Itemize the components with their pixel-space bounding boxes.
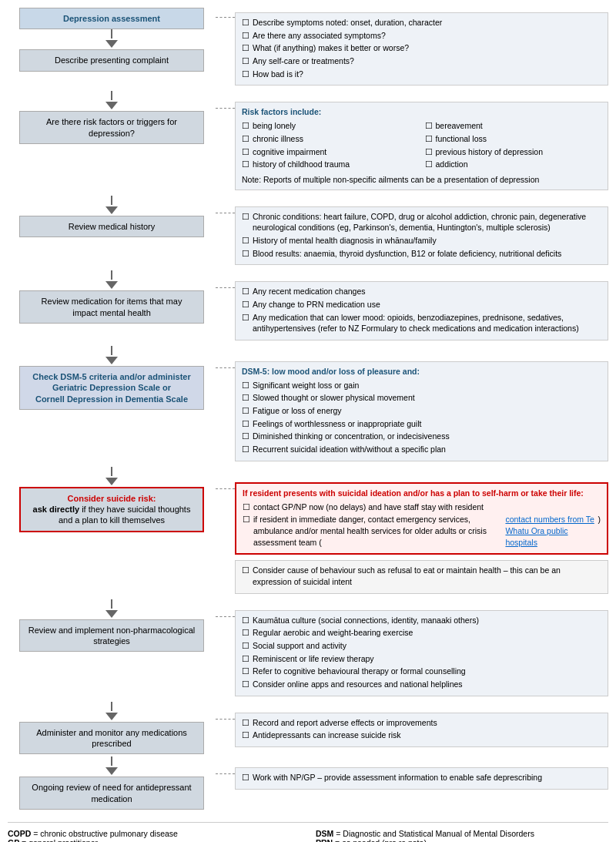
r2-title: Risk factors include: (242, 106, 601, 118)
r2-c2-i1: bereavement (425, 120, 602, 132)
r2-c2-i4: addiction (425, 159, 602, 170)
dashed-connector-6 (216, 488, 235, 489)
footer-item-prn: PRN = as needed (pro re nata) (316, 838, 608, 842)
r1-item-1: Describe symptoms noted: onset, duration… (242, 17, 601, 29)
r7-item: Consider cause of behaviour such as refu… (242, 565, 601, 587)
r4-item-1: Any recent medication changes (242, 286, 601, 297)
dashed-connector-4 (216, 287, 235, 288)
footer: COPD = chronic obstructive pulmonary dis… (8, 822, 608, 842)
r4-item-2: Any change to PRN medication use (242, 299, 601, 310)
r5-title: DSM-5: low mood and/or loss of pleasure … (242, 366, 601, 377)
footer-item-copd: COPD = chronic obstructive pulmonary dis… (8, 829, 300, 838)
row-8: Administer and monitor any medications p… (8, 702, 608, 755)
r8-item-4: Reminiscent or life review therapy (242, 653, 601, 665)
row-3: Review medical history Chronic condition… (8, 196, 608, 269)
right-box-3: Chronic conditions: heart failure, COPD,… (235, 206, 608, 266)
r6-title: If resident presents with suicidal ideat… (243, 488, 601, 499)
right-box-2: Risk factors include: being lonely chron… (235, 102, 608, 190)
r1-item-2: Are there any associated symptoms? (242, 30, 601, 42)
row-4: Review medication for items that may imp… (8, 270, 608, 344)
footer-item-gp: GP = general practitioner (8, 838, 300, 842)
r3-item-3: Blood results: anaemia, thyroid dysfunct… (242, 248, 601, 260)
r8-item-3: Social support and activity (242, 640, 601, 652)
r2-c1-i4: history of childhood trauma (242, 159, 419, 170)
r5-item-6: Recurrent suicidal ideation with/without… (242, 444, 601, 455)
dashed-connector-1 (216, 17, 235, 18)
dashed-connector-2 (216, 108, 235, 109)
row-5: Check DSM-5 criteria and/or administer G… (8, 346, 608, 465)
r2-c2-i2: functional loss (425, 133, 602, 145)
r5-item-4: Feelings of worthlessness or inappropria… (242, 418, 601, 430)
box-non-pharm: Review and implement non-pharmacological… (19, 619, 204, 652)
r8-item-2: Regular aerobic and weight-bearing exerc… (242, 627, 601, 639)
r2-col1: being lonely chronic illness cognitive i… (242, 120, 419, 172)
r6-item-1: contact GP/NP now (no delays) and have s… (243, 502, 601, 513)
r5-item-1: Significant weight loss or gain (242, 380, 601, 391)
r5-item-2: Slowed thought or slower physical moveme… (242, 392, 601, 404)
r3-item-2: History of mental health diagnosis in wh… (242, 235, 601, 247)
r1-item-4: Any self-care or treatments? (242, 55, 601, 67)
right-box-6: If resident presents with suicidal ideat… (235, 482, 608, 555)
r1-item-3: What (if anything) makes it better or wo… (242, 42, 601, 54)
dashed-connector-5 (216, 367, 235, 368)
r6-item-2: if resident in immediate danger, contact… (243, 514, 601, 548)
right-box-6b: Consider cause of behaviour such as refu… (235, 560, 608, 593)
r2-note: Note: Reports of multiple non-specific a… (242, 175, 601, 186)
r5-item-5: Diminished thinking or concentration, or… (242, 431, 601, 442)
r2-col2: bereavement functional loss previous his… (425, 120, 602, 172)
box-dsm5: Check DSM-5 criteria and/or administer G… (19, 366, 204, 410)
r2-cols: being lonely chronic illness cognitive i… (242, 120, 601, 172)
box-depression-assessment: Depression assessment (19, 8, 204, 29)
r1-item-5: How bad is it? (242, 69, 601, 80)
footer-item-dsm: DSM = Diagnostic and Statistical Manual … (316, 829, 608, 838)
r8-item-6: Consider online apps and resources and n… (242, 679, 601, 690)
footer-col-2: DSM = Diagnostic and Statistical Manual … (316, 829, 608, 842)
right-box-4: Any recent medication changes Any change… (235, 281, 608, 340)
right-box-7: Kaumātua culture (social connections, id… (235, 610, 608, 696)
right-box-9: Work with NP/GP – provide assessment inf… (235, 767, 608, 790)
footer-col-1: COPD = chronic obstructive pulmonary dis… (8, 829, 300, 842)
row-1: Depression assessment Describe presentin… (8, 8, 608, 89)
dashed-connector-7 (216, 616, 235, 617)
r2-c1-i2: chronic illness (242, 133, 419, 145)
r9-item-1: Record and report adverse effects or imp… (242, 717, 601, 729)
flowchart-container: Depression assessment Describe presentin… (8, 8, 608, 842)
right-box-5: DSM-5: low mood and/or loss of pleasure … (235, 361, 608, 461)
box-suicide-risk: Consider suicide risk: ask directly if t… (19, 487, 204, 532)
r4-item-3: Any medication that can lower mood: opio… (242, 312, 601, 334)
r8-item-5: Refer to cognitive behavioural therapy o… (242, 666, 601, 677)
box-administer: Administer and monitor any medications p… (19, 722, 204, 755)
r3-item-1: Chronic conditions: heart failure, COPD,… (242, 211, 601, 233)
row-9: Ongoing review of need for antidepressan… (8, 756, 608, 810)
r9-item-2: Antidepressants can increase suicide ris… (242, 730, 601, 741)
box-medication: Review medication for items that may imp… (19, 290, 204, 324)
row-2: Are there risk factors or triggers for d… (8, 91, 608, 193)
r2-c1-i3: cognitive impairment (242, 146, 419, 158)
r6-link[interactable]: contact numbers from Te Whatu Ora public… (505, 514, 594, 548)
row-7: Review and implement non-pharmacological… (8, 599, 608, 699)
right-box-1: Describe symptoms noted: onset, duration… (235, 12, 608, 86)
r8-item-1: Kaumātua culture (social connections, id… (242, 615, 601, 626)
box-ongoing-review: Ongoing review of need for antidepressan… (19, 777, 204, 810)
r10-item-1: Work with NP/GP – provide assessment inf… (242, 772, 601, 783)
right-box-8: Record and report adverse effects or imp… (235, 713, 608, 747)
dashed-connector-3 (216, 213, 235, 213)
r2-c2-i3: previous history of depression (425, 146, 602, 158)
r2-c1-i1: being lonely (242, 120, 419, 132)
box-presenting-complaint: Describe presenting complaint (19, 49, 204, 71)
row-6b: Consider cause of behaviour such as refu… (8, 560, 608, 596)
r5-item-3: Fatigue or loss of energy (242, 405, 601, 417)
row-6: Consider suicide risk: ask directly if t… (8, 467, 608, 558)
box-risk-factors: Are there risk factors or triggers for d… (19, 111, 204, 144)
dashed-connector-8 (216, 719, 235, 720)
box-medical-history: Review medical history (19, 216, 204, 237)
dashed-connector-9 (216, 773, 235, 774)
